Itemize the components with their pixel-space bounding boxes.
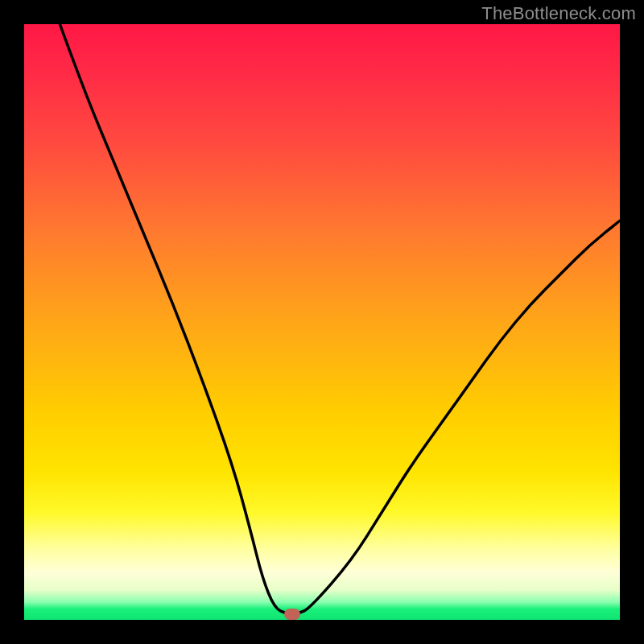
bottleneck-curve [60,24,620,614]
curve-layer [24,24,620,620]
chart-frame: TheBottleneck.com [0,0,644,644]
min-marker [284,609,300,620]
watermark-text: TheBottleneck.com [481,3,636,24]
plot-area [24,24,620,620]
